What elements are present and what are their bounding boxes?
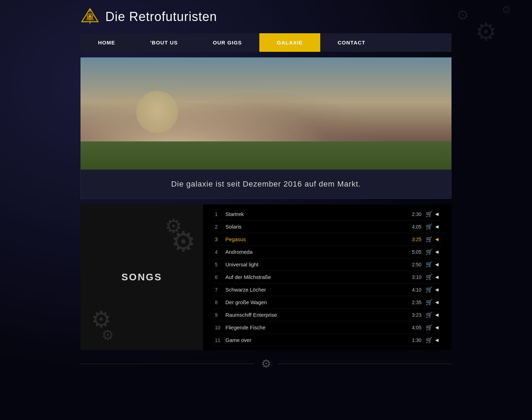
track-name: Pegasus [225, 236, 412, 242]
cart-icon[interactable]: 🛒 [426, 312, 433, 318]
track-row: 5Universal light2:50🛒◄ [214, 258, 441, 271]
nav-gigs[interactable]: OUR GIGS [195, 33, 259, 52]
cart-icon[interactable]: 🛒 [426, 236, 433, 243]
track-number: 11 [215, 337, 225, 343]
track-number: 3 [215, 237, 225, 242]
track-icons: 🛒◄ [426, 286, 440, 293]
track-icons: 🛒◄ [426, 261, 440, 268]
cart-icon[interactable]: 🛒 [426, 286, 433, 293]
track-duration: 3:10 [412, 274, 421, 280]
cart-icon[interactable]: 🛒 [426, 299, 433, 306]
track-name: Andromeda [225, 249, 412, 255]
track-number: 1 [215, 211, 225, 217]
track-duration: 4:05 [412, 325, 421, 330]
track-icons: 🛒◄ [426, 223, 440, 230]
track-icons: 🛒◄ [426, 211, 440, 217]
play-icon[interactable]: ◄ [434, 299, 440, 306]
track-number: 8 [215, 300, 225, 305]
track-name: Raumschiff Enterprise [225, 312, 412, 318]
cart-icon[interactable]: 🛒 [426, 324, 433, 331]
track-duration: 3:25 [412, 237, 421, 242]
track-icons: 🛒◄ [426, 324, 440, 331]
track-name: Fliegende Fische [225, 324, 412, 330]
track-row: 3Pegasus3:25🛒◄ [214, 233, 441, 246]
track-icons: 🛒◄ [426, 248, 440, 255]
track-name: Solaris [225, 224, 412, 230]
track-row: 11Game over1:30🛒◄ [214, 334, 441, 346]
cart-icon[interactable]: 🛒 [426, 211, 433, 217]
play-icon[interactable]: ◄ [434, 211, 440, 217]
track-number: 5 [215, 262, 225, 267]
footer-gear-icon [261, 357, 271, 370]
cart-icon[interactable]: 🛒 [426, 261, 433, 268]
track-duration: 1:30 [412, 337, 421, 343]
nav-contact[interactable]: CONTACT [320, 33, 383, 52]
play-icon[interactable]: ◄ [434, 261, 440, 268]
subtitle-box: Die galaxie ist seit Dezember 2016 auf d… [80, 169, 451, 199]
track-duration: 4:05 [412, 224, 421, 230]
track-row: 8Der große Wagen2:35🛒◄ [214, 296, 441, 309]
track-row: 1Startrek2:30🛒◄ [214, 208, 441, 220]
songs-label: SONGS [121, 272, 162, 283]
album-gear-4 [102, 327, 114, 343]
nav-galaxie[interactable]: GALAXIE [259, 33, 320, 52]
nav-home[interactable]: HOME [80, 33, 133, 52]
track-duration: 2:50 [412, 262, 421, 267]
cart-icon[interactable]: 🛒 [426, 337, 433, 343]
track-icons: 🛒◄ [426, 274, 440, 280]
track-row: 4Andromeda5:05🛒◄ [214, 246, 441, 258]
nav-about[interactable]: 'BOUT US [133, 33, 195, 52]
play-icon[interactable]: ◄ [434, 324, 440, 331]
track-duration: 2:30 [412, 211, 421, 217]
play-icon[interactable]: ◄ [434, 312, 440, 318]
track-row: 10Fliegende Fische4:05🛒◄ [214, 321, 441, 334]
track-row: 9Raumschiff Enterprise3:23🛒◄ [214, 309, 441, 321]
play-icon[interactable]: ◄ [434, 236, 440, 243]
tracklist: 1Startrek2:30🛒◄2Solaris4:05🛒◄3Pegasus3:2… [203, 204, 451, 350]
navigation: HOME 'BOUT US OUR GIGS GALAXIE CONTACT [80, 33, 451, 52]
footer-line-left [80, 364, 254, 364]
subtitle-text: Die galaxie ist seit Dezember 2016 auf d… [91, 180, 441, 189]
track-row: 2Solaris4:05🛒◄ [214, 220, 441, 233]
track-number: 2 [215, 224, 225, 230]
play-icon[interactable]: ◄ [434, 274, 440, 280]
track-icons: 🛒◄ [426, 236, 440, 243]
play-icon[interactable]: ◄ [434, 337, 440, 343]
track-duration: 2:35 [412, 300, 421, 305]
footer-line-right [278, 364, 452, 364]
play-icon[interactable]: ◄ [434, 287, 440, 293]
cart-icon[interactable]: 🛒 [426, 248, 433, 255]
track-duration: 3:23 [412, 312, 421, 318]
band-photo [80, 57, 451, 169]
track-row: 6Auf der Milchstraße3:10🛒◄ [214, 271, 441, 284]
track-number: 9 [215, 312, 225, 318]
track-icons: 🛒◄ [426, 299, 440, 306]
track-icons: 🛒◄ [426, 337, 440, 343]
track-name: Der große Wagen [225, 299, 412, 305]
track-number: 7 [215, 287, 225, 293]
cart-icon[interactable]: 🛒 [426, 223, 433, 230]
track-number: 4 [215, 249, 225, 255]
site-title: Die Retrofuturisten [105, 9, 217, 24]
track-row: 7Schwarze Löcher4:10🛒◄ [214, 284, 441, 296]
album-gear-2 [171, 225, 196, 258]
cart-icon[interactable]: 🛒 [426, 274, 433, 280]
track-name: Game over [225, 337, 412, 343]
band-photo-inner [80, 57, 451, 169]
logo-icon [80, 7, 100, 26]
play-icon[interactable]: ◄ [434, 224, 440, 230]
main-wrapper: Die Retrofuturisten HOME 'BOUT US OUR GI… [0, 0, 532, 370]
header: Die Retrofuturisten [0, 0, 532, 33]
album-art: SONGS [80, 204, 203, 350]
track-duration: 5:05 [412, 249, 421, 255]
songs-section: SONGS 1Startrek2:30🛒◄2Solaris4:05🛒◄3Pega… [80, 204, 451, 350]
track-icons: 🛒◄ [426, 312, 440, 318]
svg-point-3 [89, 15, 91, 18]
play-icon[interactable]: ◄ [434, 249, 440, 255]
track-name: Universal light [225, 261, 412, 267]
track-number: 6 [215, 274, 225, 280]
track-name: Schwarze Löcher [225, 287, 412, 293]
track-duration: 4:10 [412, 287, 421, 293]
track-name: Startrek [225, 211, 412, 217]
content: Die galaxie ist seit Dezember 2016 auf d… [80, 57, 451, 350]
